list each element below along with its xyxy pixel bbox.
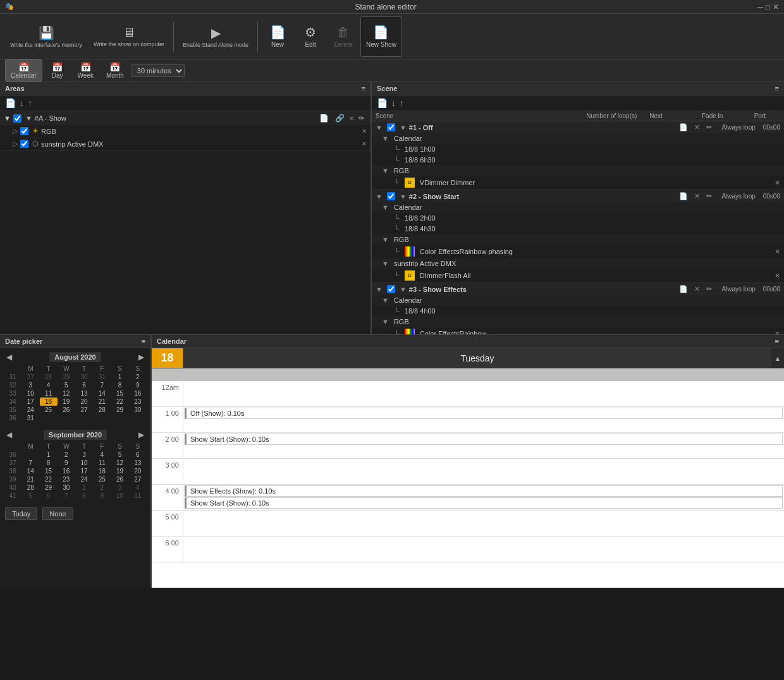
tree-group-a-show-header[interactable]: ▼ ▼ #A - Show 📄 🔗 ✕ ✏ bbox=[0, 111, 371, 125]
areas-collapse-icon[interactable]: ≡ bbox=[362, 85, 365, 92]
sg-add[interactable]: 📄 bbox=[679, 123, 688, 131]
cal-day-cell[interactable]: 8 bbox=[111, 381, 129, 389]
cal-day-cell[interactable]: 11 bbox=[40, 389, 58, 398]
close-btn[interactable]: ✕ bbox=[773, 3, 779, 11]
group-add-btn[interactable]: 📄 bbox=[317, 113, 331, 123]
cal-day-cell[interactable]: 6 bbox=[40, 492, 58, 500]
rgb-checkbox[interactable] bbox=[20, 127, 28, 135]
cal-day-cell[interactable]: 1 bbox=[40, 451, 58, 459]
cal-day-cell[interactable]: 5 bbox=[111, 451, 129, 459]
cal-day-cell[interactable]: 29 bbox=[111, 406, 129, 414]
time-content[interactable] bbox=[183, 459, 784, 484]
cal-day-cell[interactable]: 30 bbox=[129, 406, 147, 414]
sg-add[interactable]: 📄 bbox=[679, 285, 688, 293]
areas-add-btn[interactable]: 📄 bbox=[5, 98, 16, 108]
write-show-button[interactable]: 🖥 Write the show on computer bbox=[89, 16, 169, 57]
week-view-btn[interactable]: 📅 Week bbox=[73, 60, 99, 81]
cal-day-cell[interactable] bbox=[93, 414, 111, 422]
cal-day-cell[interactable]: 15 bbox=[40, 467, 58, 475]
scene-effect-item[interactable]: └DDImmerFlash All✕ bbox=[372, 269, 784, 282]
cal-day-cell[interactable]: 23 bbox=[58, 475, 75, 483]
cal-day-cell[interactable]: 5 bbox=[58, 381, 75, 389]
mini-cal-prev[interactable]: ◀ bbox=[4, 353, 15, 361]
cal-day-cell[interactable]: 9 bbox=[93, 492, 111, 500]
main-calendar[interactable]: 18 Tuesday ▲ 12am 1 00 Off (Show): 0.10s… bbox=[152, 348, 784, 588]
time-content[interactable] bbox=[183, 537, 784, 562]
cal-day-cell[interactable]: 25 bbox=[93, 475, 111, 483]
none-btn[interactable]: None bbox=[42, 507, 73, 520]
cal-day-cell[interactable]: 29 bbox=[58, 373, 75, 381]
cal-day-cell[interactable]: 23 bbox=[129, 398, 147, 406]
cal-day-cell[interactable]: 21 bbox=[93, 398, 111, 406]
areas-down-btn[interactable]: ↓ bbox=[20, 98, 24, 108]
new-button[interactable]: 📄 New bbox=[262, 16, 293, 57]
cal-day-cell[interactable]: 13 bbox=[129, 459, 147, 467]
cal-day-cell[interactable]: 2 bbox=[129, 373, 147, 381]
sg-edit[interactable]: ✏ bbox=[706, 285, 712, 293]
cal-day-cell[interactable]: 30 bbox=[75, 373, 93, 381]
cal-day-cell[interactable]: 28 bbox=[93, 406, 111, 414]
scene-date-item[interactable]: └18/8 4h00 bbox=[372, 306, 784, 317]
calendar-panel-collapse-icon[interactable]: ≡ bbox=[775, 337, 779, 345]
cal-day-cell[interactable]: 16 bbox=[58, 467, 75, 475]
cal-day-cell[interactable]: 12 bbox=[58, 389, 75, 398]
sunstrip-close-btn[interactable]: ✕ bbox=[362, 140, 367, 147]
cal-day-cell[interactable]: 18 bbox=[93, 467, 111, 475]
cal-day-cell[interactable]: 28 bbox=[40, 373, 58, 381]
enable-standalone-button[interactable]: ▶ Enable Stand Alone mode bbox=[178, 16, 254, 57]
cal-day-cell[interactable] bbox=[111, 414, 129, 422]
cal-day-cell[interactable]: 20 bbox=[75, 398, 93, 406]
cal-day-cell[interactable]: 1 bbox=[111, 373, 129, 381]
cal-day-cell[interactable]: 27 bbox=[21, 373, 39, 381]
effect-close[interactable]: ✕ bbox=[775, 248, 780, 256]
effect-close[interactable]: ✕ bbox=[775, 330, 780, 335]
mini-cal-prev[interactable]: ◀ bbox=[4, 430, 15, 439]
mini-cal-next[interactable]: ▶ bbox=[136, 353, 147, 361]
scene-add-btn[interactable]: 📄 bbox=[377, 98, 388, 108]
group-link-btn[interactable]: 🔗 bbox=[333, 113, 346, 123]
day-view-btn[interactable]: 📅 Day bbox=[45, 60, 70, 81]
cal-event[interactable]: Off (Show): 0.10s bbox=[185, 408, 783, 419]
cal-day-cell[interactable]: 7 bbox=[93, 381, 111, 389]
scene-effect-item[interactable]: └Color EffectsRainbow phasing✕ bbox=[372, 245, 784, 258]
cal-day-cell[interactable]: 29 bbox=[40, 483, 58, 492]
rgb-close-btn[interactable]: ✕ bbox=[362, 128, 367, 135]
sunstrip-checkbox[interactable] bbox=[20, 140, 28, 148]
tree-item-rgb[interactable]: ▷ ☀ RGB ✕ bbox=[0, 125, 371, 138]
cal-day-cell[interactable]: 14 bbox=[21, 467, 39, 475]
cal-day-cell[interactable]: 18 bbox=[40, 398, 58, 406]
scene-up-btn[interactable]: ↑ bbox=[400, 98, 404, 108]
cal-day-cell[interactable]: 5 bbox=[21, 492, 39, 500]
cal-day-cell[interactable]: 3 bbox=[75, 451, 93, 459]
cal-day-cell[interactable]: 31 bbox=[93, 373, 111, 381]
scene-effect-item[interactable]: └Color EffectsRainbow✕ bbox=[372, 327, 784, 334]
new-show-button[interactable]: 📄 New Show bbox=[360, 16, 402, 57]
areas-up-btn[interactable]: ↑ bbox=[28, 98, 32, 108]
sg-close[interactable]: ✕ bbox=[694, 192, 700, 200]
cal-day-cell[interactable]: 11 bbox=[129, 492, 147, 500]
cal-day-cell[interactable]: 3 bbox=[21, 381, 39, 389]
edit-button[interactable]: ⚙ Edit bbox=[295, 16, 326, 57]
scene-effect-item[interactable]: └DVDimmer Dimmer✕ bbox=[372, 176, 784, 190]
cal-day-cell[interactable]: 7 bbox=[58, 492, 75, 500]
sg-checkbox[interactable] bbox=[387, 285, 395, 293]
time-content[interactable]: Show Effects (Show): 0.10sShow Start (Sh… bbox=[183, 485, 784, 510]
cal-day-cell[interactable]: 27 bbox=[129, 475, 147, 483]
cal-day-cell[interactable]: 2 bbox=[93, 483, 111, 492]
cal-day-cell[interactable]: 11 bbox=[93, 459, 111, 467]
cal-day-cell[interactable]: 3 bbox=[111, 483, 129, 492]
cal-day-cell[interactable] bbox=[129, 414, 147, 422]
cal-day-cell[interactable]: 10 bbox=[75, 459, 93, 467]
time-content[interactable]: Off (Show): 0.10s bbox=[183, 407, 784, 432]
maximize-btn[interactable]: □ bbox=[766, 3, 770, 11]
effect-close[interactable]: ✕ bbox=[775, 272, 780, 280]
write-memory-button[interactable]: 💾 Write the interface's memory bbox=[5, 16, 87, 57]
cal-day-cell[interactable]: 13 bbox=[75, 389, 93, 398]
scene-down-btn[interactable]: ↓ bbox=[391, 98, 396, 108]
sg-close[interactable]: ✕ bbox=[694, 123, 700, 131]
scene-group-header-1-off[interactable]: ▼ ▼ #1 - Off 📄 ✕ ✏ Always loop 00s00 bbox=[372, 121, 784, 133]
cal-day-cell[interactable]: 28 bbox=[21, 483, 39, 492]
cal-day-cell[interactable]: 4 bbox=[40, 381, 58, 389]
cal-day-cell[interactable]: 24 bbox=[21, 406, 39, 414]
cal-day-cell[interactable] bbox=[40, 414, 58, 422]
